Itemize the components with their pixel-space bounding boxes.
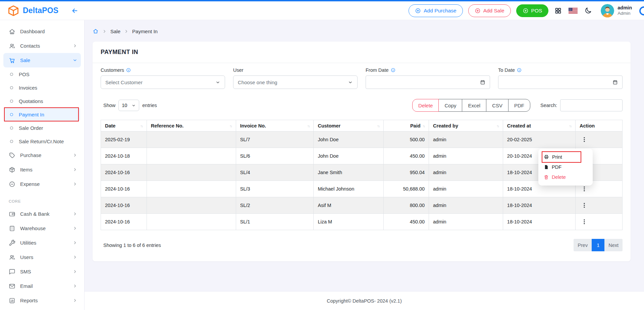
col-header-invoice[interactable]: Invoice No.↑↓ [236, 120, 314, 132]
search-input[interactable] [560, 99, 623, 111]
col-header-date[interactable]: Date↑↓ [101, 120, 147, 132]
breadcrumb-item-sale[interactable]: Sale [110, 29, 120, 34]
delete-label: Delete [552, 174, 566, 180]
sidebar-subitem-sale-order[interactable]: Sale Order [4, 121, 80, 135]
moon-icon [584, 7, 592, 14]
sidebar-subitem-invoices[interactable]: Invoices [4, 81, 80, 94]
cell-customer: John Doe [314, 148, 383, 164]
print-label: Print [552, 154, 562, 160]
cell-reference [147, 214, 236, 230]
sidebar-item-sale[interactable]: Sale [3, 53, 81, 67]
filter-user: User Choose one thing [233, 67, 358, 89]
cell-date: 2024-10-16 [101, 214, 147, 230]
sidebar-item-label: SMS [20, 269, 31, 274]
col-header-reference[interactable]: Reference No.↑↓ [147, 120, 236, 132]
bullet-circle-icon [10, 140, 13, 143]
chat-bubble-icon [9, 268, 15, 275]
info-icon [517, 68, 522, 72]
col-header-created-by[interactable]: Created by↑↓ [429, 120, 503, 132]
breadcrumb-home-icon[interactable] [93, 28, 99, 34]
delete-selected-button[interactable]: Delete [412, 99, 439, 112]
add-purchase-button[interactable]: Add Purchase [409, 4, 463, 17]
col-header-paid[interactable]: Paid↑↓ [383, 120, 429, 132]
sidebar-item-sms[interactable]: SMS [3, 264, 81, 279]
dark-mode-toggle[interactable] [584, 6, 593, 15]
from-date-input[interactable] [366, 75, 490, 89]
sidebar-item-purchase[interactable]: Purchase [3, 148, 81, 162]
pdf-button[interactable]: PDF [508, 99, 530, 112]
row-actions-button[interactable] [580, 135, 589, 144]
sidebar-item-contacts[interactable]: Contacts [3, 39, 81, 53]
user-select[interactable]: Choose one thing [233, 75, 358, 89]
sidebar-subitem-label: Quotations [19, 98, 43, 104]
copy-button[interactable]: Copy [438, 99, 462, 112]
cell-customer: Liza M [314, 214, 383, 230]
add-sale-label: Add Sale [483, 8, 504, 14]
sidebar-item-dashboard[interactable]: Dashboard [3, 24, 81, 39]
csv-button[interactable]: CSV [486, 99, 508, 112]
cell-created-by: admin [429, 197, 503, 214]
card-header: PAYMENT IN [93, 42, 631, 63]
sidebar-subitem-sale-return[interactable]: Sale Return/Cr.Note [4, 135, 80, 148]
chevron-down-icon [131, 103, 136, 108]
sidebar-item-items[interactable]: Items [3, 162, 81, 177]
context-menu-item-print[interactable]: Print [538, 152, 593, 162]
chevron-right-icon [72, 283, 77, 289]
page-size-select[interactable]: 10 [118, 100, 139, 111]
sidebar-item-users[interactable]: Users [3, 250, 81, 264]
to-date-input[interactable] [498, 75, 623, 89]
contacts-icon [9, 43, 15, 49]
chevron-right-icon [72, 269, 77, 274]
sidebar-item-utilities[interactable]: Utilities [3, 236, 81, 250]
sidebar-collapse-button[interactable] [71, 7, 78, 14]
sort-icon: ↑↓ [423, 124, 425, 128]
avatar [601, 4, 614, 17]
sidebar-item-reports[interactable]: Reports [3, 293, 81, 308]
table-row: 2025-02-19 SL/7 John Doe 500.00 admin 20… [101, 132, 623, 148]
cell-customer: Asif M [314, 197, 383, 214]
add-sale-button[interactable]: Add Sale [468, 4, 511, 17]
next-page-button[interactable]: Next [604, 239, 623, 251]
prev-page-button[interactable]: Prev [574, 239, 592, 251]
row-actions-button[interactable] [580, 201, 589, 210]
sidebar-subitem-quotations[interactable]: Quotations [4, 94, 80, 108]
sidebar-subitem-label: Sale Order [19, 125, 43, 131]
trash-icon [544, 174, 549, 180]
customers-filter-label: Customers [101, 67, 124, 73]
excel-button[interactable]: Excel [462, 99, 486, 112]
page-1-button[interactable]: 1 [592, 239, 604, 251]
row-actions-button[interactable] [580, 185, 589, 193]
sidebar-item-label: Sale [20, 57, 30, 63]
plus-circle-icon [475, 8, 481, 14]
language-flag-button[interactable] [568, 7, 578, 14]
sidebar-subitem-label: Payment In [19, 112, 44, 117]
cell-invoice: SL/4 [236, 164, 314, 181]
row-actions-button[interactable] [580, 217, 589, 226]
user-menu[interactable]: admin Admin [601, 4, 632, 17]
sort-icon: ↑↓ [229, 124, 232, 128]
breadcrumb-item-current: Payment In [132, 29, 158, 34]
customer-select[interactable]: Select Customer [101, 75, 225, 89]
bullet-circle-icon [10, 100, 13, 103]
context-menu-item-pdf[interactable]: PDF [538, 162, 593, 172]
sidebar-item-email[interactable]: Email [3, 279, 81, 293]
sidebar-subitem-payment-in[interactable]: Payment In [4, 108, 80, 121]
sidebar-item-expense[interactable]: Expense [3, 177, 81, 191]
table-row: 2024-10-16 SL/1 Liza M 450.00 admin 18-1… [101, 214, 623, 230]
pos-button[interactable]: POS [516, 4, 549, 17]
envelope-icon [9, 283, 15, 290]
sidebar-item-cash-bank[interactable]: Cash & Bank [3, 207, 81, 221]
filter-from-date: From Date [366, 67, 490, 89]
grid-icon [554, 7, 562, 14]
cell-invoice: SL/2 [236, 197, 314, 214]
context-menu-item-delete[interactable]: Delete [538, 172, 593, 182]
col-header-customer[interactable]: Customer↑↓ [314, 120, 383, 132]
sidebar-item-label: Items [20, 167, 33, 172]
bullet-circle-icon [10, 126, 13, 130]
apps-grid-button[interactable] [554, 6, 562, 15]
sidebar-item-warehouse[interactable]: Warehouse [3, 221, 81, 236]
sidebar-subitem-pos[interactable]: POS [4, 67, 80, 81]
col-header-created-at[interactable]: Created at↑↓ [503, 120, 575, 132]
cell-created-by: admin [429, 164, 503, 181]
row-context-menu: Print PDF Delete [538, 149, 593, 186]
